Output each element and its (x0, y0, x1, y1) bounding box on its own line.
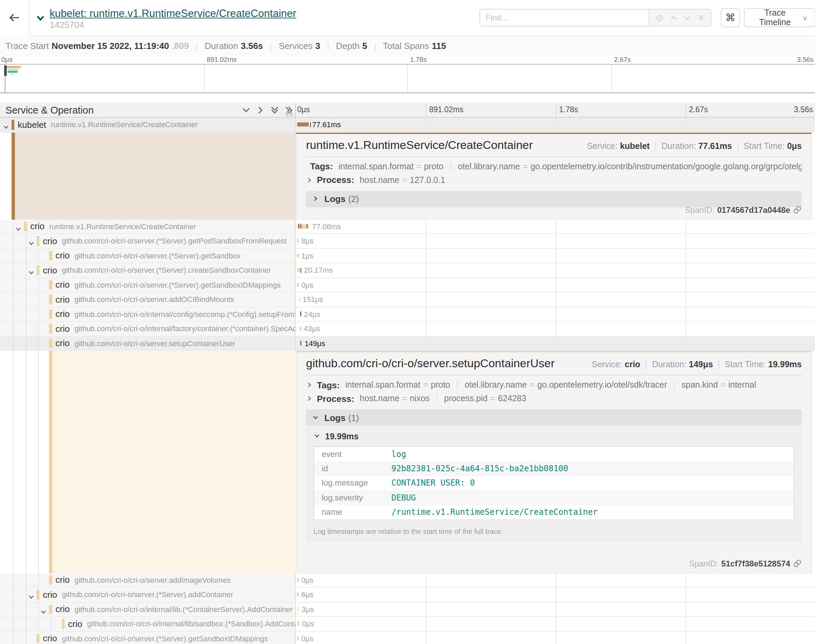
span-duration-bar[interactable] (297, 268, 300, 272)
span-name-cell[interactable]: crioruntime.v1.RuntimeService/CreateCont… (0, 219, 296, 234)
span-timeline-cell[interactable]: 149μs (296, 336, 815, 351)
minimap-scrubber-handle[interactable] (4, 65, 7, 76)
span-duration-bar[interactable] (297, 578, 298, 582)
span-expand-chevron-icon[interactable] (40, 606, 47, 617)
span-name-cell[interactable]: criogithub.com/cri-o/cri-o/internal/fact… (0, 322, 296, 336)
process-section[interactable]: Process:host.name=nixos|process.pid=6242… (306, 392, 802, 405)
span-row[interactable]: criogithub.com/cri-o/cri-o/server.setupC… (0, 336, 815, 351)
span-name-cell[interactable]: criogithub.com/cri-o/cri-o/server.(*Serv… (0, 278, 296, 293)
span-duration-bar[interactable] (297, 636, 298, 641)
span-timeline-cell[interactable]: 20.17ms (296, 263, 815, 278)
span-row[interactable]: crioruntime.v1.RuntimeService/CreateCont… (0, 219, 815, 234)
span-detail-tint (52, 351, 296, 573)
span-timeline-cell[interactable]: 24μs (296, 307, 815, 322)
span-operation-name: runtime.v1.RuntimeService/CreateContaine… (51, 121, 198, 129)
span-duration-bar[interactable] (297, 283, 298, 287)
keyboard-shortcuts-button[interactable]: ⌘ (721, 8, 740, 27)
span-timeline-cell[interactable]: 0μs (296, 573, 815, 587)
tags-section[interactable]: Tags:internal.span.format=proto|otel.lib… (306, 378, 802, 392)
clear-icon[interactable] (697, 14, 705, 22)
span-timeline-cell[interactable]: 77.08ms (296, 219, 815, 234)
span-timeline-cell[interactable]: 3μs (296, 602, 815, 617)
tags-section[interactable]: Tags:internal.span.format=proto|otel.lib… (306, 159, 802, 173)
equals-sign: = (523, 161, 528, 171)
span-expand-chevron-icon[interactable] (15, 223, 22, 234)
span-row[interactable]: criogithub.com/cri-o/cri-o/server.(*Serv… (0, 263, 815, 278)
span-row[interactable]: criogithub.com/cri-o/cri-o/server.(*Serv… (0, 278, 815, 293)
log-field-value: CONTAINER USER: 0 (384, 476, 794, 490)
span-duration-bar[interactable] (299, 297, 300, 302)
logs-toggle[interactable]: Logs(1) (306, 409, 802, 426)
back-button[interactable] (0, 0, 29, 36)
trace-title-link[interactable]: kubelet: runtime.v1.RuntimeService/Creat… (50, 7, 296, 19)
find-input[interactable] (480, 9, 650, 26)
span-name-cell[interactable]: criogithub.com/cri-o/cri-o/server.(*Serv… (0, 234, 296, 248)
span-name-cell[interactable]: criogithub.com/cri-o/cri-o/server.addOCI… (0, 293, 296, 307)
span-name-cell[interactable]: criogithub.com/cri-o/cri-o/server.(*Serv… (0, 587, 296, 602)
process-section[interactable]: Process:host.name=127.0.0.1 (306, 173, 802, 187)
span-name-cell[interactable]: kubeletruntime.v1.RuntimeService/CreateC… (0, 118, 296, 132)
span-timeline-cell[interactable]: 43μs (296, 322, 815, 336)
span-detail-card: github.com/cri-o/cri-o/server.setupConta… (296, 351, 812, 573)
expand-one-icon[interactable] (256, 105, 265, 115)
span-name-cell[interactable]: criogithub.com/cri-o/cri-o/server.addIma… (0, 573, 296, 587)
span-expand-chevron-icon[interactable] (28, 267, 34, 278)
log-field-row: eventlog (314, 446, 794, 461)
column-resize-grip[interactable]: ▮▮ (286, 110, 294, 117)
span-expand-chevron-icon[interactable] (2, 121, 9, 133)
span-row[interactable]: criogithub.com/cri-o/cri-o/internal/lib/… (0, 617, 815, 632)
deep-link-icon[interactable] (793, 205, 802, 214)
span-row[interactable]: criogithub.com/cri-o/cri-o/server.(*Serv… (0, 234, 815, 248)
span-row[interactable]: criogithub.com/cri-o/cri-o/server.addIma… (0, 573, 815, 587)
span-name-cell[interactable]: criogithub.com/cri-o/cri-o/internal/lib/… (0, 617, 296, 632)
span-row[interactable]: criogithub.com/cri-o/cri-o/server.addOCI… (0, 293, 815, 307)
span-timeline-cell[interactable]: 0μs (296, 617, 815, 632)
span-timeline-cell[interactable]: 6μs (296, 587, 815, 602)
span-name-cell[interactable]: criogithub.com/cri-o/cri-o/internal/conf… (0, 307, 296, 322)
trace-view-select[interactable]: Trace Timeline ∨ (744, 8, 815, 27)
span-id-row: SpanID: 51cf7f38e5128574 (689, 559, 802, 568)
span-name-cell[interactable]: criogithub.com/cri-o/cri-o/server.(*Serv… (0, 248, 296, 263)
span-duration-bar[interactable] (298, 622, 299, 626)
span-duration-bar[interactable] (297, 254, 298, 258)
detail-meta-value: 0μs (787, 141, 802, 150)
minimap-canvas[interactable] (0, 64, 815, 93)
span-timeline-cell[interactable]: 77.61ms (296, 118, 815, 132)
span-duration-bar[interactable] (300, 327, 301, 331)
span-row[interactable]: criogithub.com/cri-o/cri-o/internal/fact… (0, 322, 815, 336)
logs-toggle[interactable]: Logs(2) (306, 191, 802, 207)
chevron-up-icon[interactable] (669, 13, 678, 22)
span-duration-bar[interactable] (297, 593, 298, 597)
span-timeline-cell[interactable]: 8μs (296, 234, 815, 248)
collapse-all-icon[interactable] (270, 105, 279, 115)
span-name-cell[interactable]: criogithub.com/cri-o/cri-o/server.setupC… (0, 336, 296, 351)
span-row[interactable]: criogithub.com/cri-o/cri-o/server.(*Serv… (0, 587, 815, 602)
span-duration-bar[interactable] (297, 607, 299, 611)
span-row[interactable]: criogithub.com/cri-o/cri-o/server.(*Serv… (0, 632, 815, 644)
span-expand-chevron-icon[interactable] (28, 238, 34, 249)
span-name-cell[interactable]: criogithub.com/cri-o/cri-o/server.(*Serv… (0, 632, 296, 644)
span-row[interactable]: criogithub.com/cri-o/cri-o/server.(*Serv… (0, 248, 815, 263)
top-bar: kubelet: runtime.v1.RuntimeService/Creat… (0, 0, 815, 36)
collapse-one-icon[interactable] (241, 105, 251, 115)
span-timeline-cell[interactable]: 0μs (296, 632, 815, 644)
span-row[interactable]: kubeletruntime.v1.RuntimeService/CreateC… (0, 118, 815, 132)
span-row[interactable]: criogithub.com/cri-o/cri-o/internal/conf… (0, 307, 815, 322)
span-expand-chevron-icon[interactable] (28, 591, 34, 603)
span-timeline-cell[interactable]: 0μs (296, 278, 815, 293)
timeline-grid-header: Service & Operation ▮▮ 0μs891.02ms1.78s2… (0, 103, 815, 118)
locate-icon[interactable] (655, 13, 664, 22)
chevron-down-icon[interactable] (683, 13, 692, 22)
span-name-cell[interactable]: criogithub.com/cri-o/cri-o/server.(*Serv… (0, 263, 296, 278)
span-name-cell[interactable]: criogithub.com/cri-o/cri-o/internal/lib.… (0, 602, 296, 617)
span-duration-bar[interactable] (297, 123, 308, 127)
log-entry-toggle[interactable]: 19.99ms (314, 432, 794, 442)
trace-minimap: 0μs891.02ms1.78s2.67s3.56s (0, 56, 815, 93)
span-duration-bar[interactable] (297, 239, 299, 243)
span-log-tick (300, 341, 301, 346)
trace-header-collapse-chevron-icon[interactable] (35, 12, 46, 23)
deep-link-icon[interactable] (793, 559, 802, 568)
span-timeline-cell[interactable]: 1μs (296, 248, 815, 263)
span-row[interactable]: criogithub.com/cri-o/cri-o/internal/lib.… (0, 602, 815, 617)
span-timeline-cell[interactable]: 151μs (296, 293, 815, 307)
